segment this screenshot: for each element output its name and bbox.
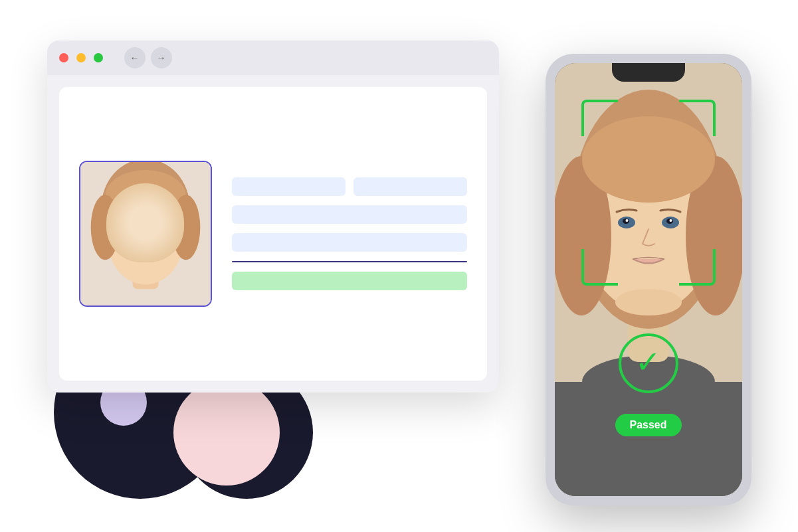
- browser-nav: ← →: [124, 47, 172, 68]
- id-photo-face: [80, 162, 211, 306]
- face-bracket-bottom-left: [581, 249, 618, 286]
- face-bracket-top-right: [679, 100, 716, 136]
- forward-button[interactable]: →: [151, 47, 172, 68]
- svg-point-28: [615, 289, 682, 315]
- form-fields: [232, 177, 467, 290]
- scene: ← →: [34, 27, 765, 505]
- svg-point-11: [142, 243, 149, 247]
- browser-titlebar: ← →: [47, 41, 499, 75]
- passed-label: Passed: [629, 419, 666, 430]
- back-button[interactable]: ←: [124, 47, 146, 68]
- face-recognition-view: ✓ Passed: [555, 63, 742, 496]
- forward-icon: →: [157, 52, 166, 63]
- svg-point-27: [669, 219, 672, 222]
- form-field-email[interactable]: [232, 205, 467, 224]
- close-button[interactable]: [59, 53, 68, 62]
- form-field-address[interactable]: [232, 233, 467, 252]
- browser-content: [59, 87, 487, 381]
- check-icon: ✓: [635, 347, 661, 377]
- phone-device: ✓ Passed: [546, 54, 751, 505]
- phone-screen: ✓ Passed: [555, 63, 742, 496]
- deco-pink-circle: [173, 379, 280, 486]
- form-field-last-name[interactable]: [353, 177, 467, 196]
- svg-point-7: [126, 230, 136, 237]
- svg-point-26: [625, 219, 628, 222]
- back-icon: ←: [130, 52, 140, 63]
- svg-point-5: [90, 195, 119, 260]
- face-svg: [80, 162, 211, 306]
- form-divider: [232, 261, 467, 262]
- svg-point-8: [154, 230, 165, 237]
- svg-point-10: [158, 231, 162, 234]
- passed-badge: Passed: [615, 414, 681, 436]
- form-field-submit[interactable]: [232, 272, 467, 290]
- maximize-button[interactable]: [94, 53, 103, 62]
- form-field-first-name[interactable]: [232, 177, 346, 196]
- svg-point-3: [108, 196, 183, 284]
- verification-check-circle: ✓: [619, 333, 678, 393]
- svg-point-4: [105, 169, 186, 221]
- svg-point-6: [171, 195, 200, 260]
- face-bracket-bottom-right: [679, 249, 716, 286]
- phone-notch: [612, 63, 685, 82]
- id-photo-container: [79, 161, 212, 307]
- browser-window: ← →: [47, 41, 499, 393]
- face-bracket-top-left: [581, 100, 618, 136]
- form-row-1: [232, 177, 467, 196]
- minimize-button[interactable]: [76, 53, 86, 62]
- svg-point-9: [130, 231, 134, 234]
